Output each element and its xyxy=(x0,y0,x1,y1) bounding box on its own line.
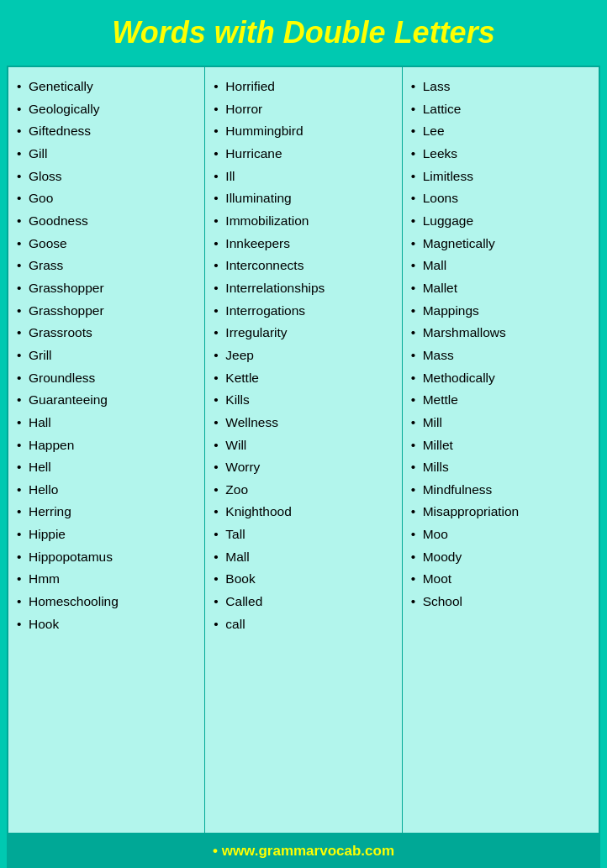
list-item: Hall xyxy=(17,412,198,434)
words-content: GeneticallyGeologicallyGiftednessGillGlo… xyxy=(7,66,600,834)
list-item: Worry xyxy=(214,456,394,479)
list-item: Hippie xyxy=(17,523,198,546)
list-item: Ill xyxy=(214,166,394,188)
list-item: Mall xyxy=(411,255,592,277)
list-item: Goo xyxy=(17,187,198,210)
page-title: Words with Double Letters xyxy=(17,15,590,50)
list-item: Luggage xyxy=(411,210,592,233)
list-item: Guaranteeing xyxy=(17,389,198,412)
list-item: Leeks xyxy=(411,143,592,166)
list-item: Immobilization xyxy=(214,210,394,233)
list-item: Lattice xyxy=(411,98,592,121)
list-item: Grasshopper xyxy=(17,300,198,323)
list-item: Marshmallows xyxy=(411,322,592,345)
list-item: Methodically xyxy=(411,367,592,390)
list-item: Zoo xyxy=(214,479,394,502)
list-item: Horrified xyxy=(214,76,394,98)
list-item: Limitless xyxy=(411,166,592,188)
list-item: Happen xyxy=(17,434,198,457)
list-item: Moo xyxy=(411,523,592,546)
list-item: Kettle xyxy=(214,367,394,390)
list-item: Goodness xyxy=(17,210,198,233)
list-item: Grill xyxy=(17,345,198,367)
list-item: Mettle xyxy=(411,389,592,412)
column-2: HorrifiedHorrorHummingbirdHurricaneIllIl… xyxy=(205,67,402,833)
list-item: Interconnects xyxy=(214,255,394,277)
list-item: Tall xyxy=(214,523,394,546)
list-item: Gill xyxy=(17,143,198,166)
list-item: Mass xyxy=(411,345,592,367)
list-item: Will xyxy=(214,434,394,457)
list-item: Grassroots xyxy=(17,322,198,345)
list-item: Homeschooling xyxy=(17,591,198,613)
list-item: Knighthood xyxy=(214,501,394,523)
list-item: Goose xyxy=(17,233,198,255)
list-item: Moody xyxy=(411,546,592,569)
list-item: Book xyxy=(214,568,394,591)
list-item: Horror xyxy=(214,98,394,121)
list-item: Geologically xyxy=(17,98,198,121)
list-item: Mindfulness xyxy=(411,479,592,502)
list-item: Mill xyxy=(411,412,592,434)
list-item: Grasshopper xyxy=(17,277,198,300)
list-item: Magnetically xyxy=(411,233,592,255)
list-item: Millet xyxy=(411,434,592,457)
list-item: call xyxy=(214,613,394,636)
column-1: GeneticallyGeologicallyGiftednessGillGlo… xyxy=(8,67,205,833)
list-item: Hummingbird xyxy=(214,120,394,143)
list-item: Hmm xyxy=(17,568,198,591)
list-item: Loons xyxy=(411,187,592,210)
list-item: Groundless xyxy=(17,367,198,390)
list-item: Interrogations xyxy=(214,300,394,323)
list-item: Hell xyxy=(17,456,198,479)
list-item: Hello xyxy=(17,479,198,502)
footer-url: www.grammarvocab.com xyxy=(222,843,394,859)
list-item: Hook xyxy=(17,613,198,636)
list-item: Illuminating xyxy=(214,187,394,210)
list-item: Kills xyxy=(214,389,394,412)
list-item: Grass xyxy=(17,255,198,277)
list-item: Wellness xyxy=(214,412,394,434)
list-item: Hurricane xyxy=(214,143,394,166)
list-item: Mappings xyxy=(411,300,592,323)
list-item: Misappropriation xyxy=(411,501,592,523)
page-header: Words with Double Letters xyxy=(0,0,607,66)
list-item: Gloss xyxy=(17,166,198,188)
list-item: Herring xyxy=(17,501,198,523)
list-item: Lee xyxy=(411,120,592,143)
list-item: Innkeepers xyxy=(214,233,394,255)
footer-bullet: • xyxy=(213,843,222,859)
list-item: Giftedness xyxy=(17,120,198,143)
list-item: Called xyxy=(214,591,394,613)
page-footer: • www.grammarvocab.com xyxy=(7,834,600,868)
list-item: Interrelationships xyxy=(214,277,394,300)
list-item: Moot xyxy=(411,568,592,591)
list-item: Hippopotamus xyxy=(17,546,198,569)
list-item: Mallet xyxy=(411,277,592,300)
column-3: LassLatticeLeeLeeksLimitlessLoonsLuggage… xyxy=(403,67,599,833)
list-item: Jeep xyxy=(214,345,394,367)
list-item: Genetically xyxy=(17,76,198,98)
list-item: Mills xyxy=(411,456,592,479)
list-item: School xyxy=(411,591,592,613)
list-item: Mall xyxy=(214,546,394,569)
list-item: Lass xyxy=(411,76,592,98)
list-item: Irregularity xyxy=(214,322,394,345)
